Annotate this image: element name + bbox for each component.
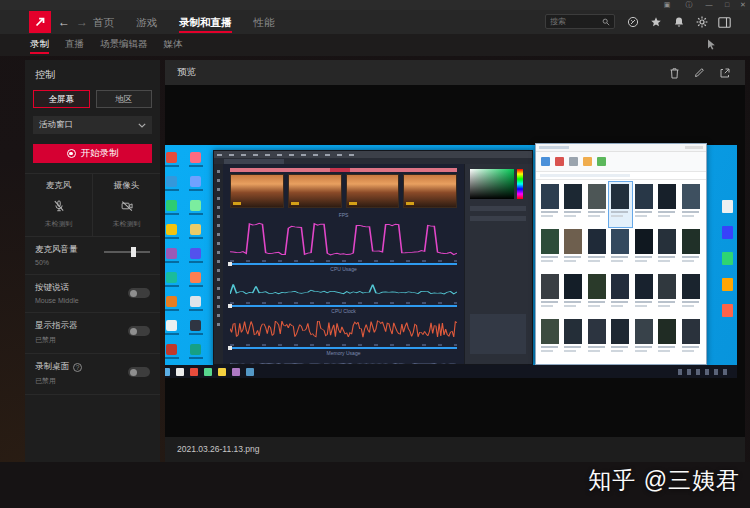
desktop-icon [184, 318, 208, 342]
file-thumbnail [679, 272, 703, 317]
forward-button[interactable]: → [76, 10, 88, 34]
main-navbar: ← → 首页 游戏 录制和直播 性能 [0, 10, 750, 34]
explorer-ribbon [536, 152, 706, 172]
axis-ticks [230, 343, 457, 346]
maximize-icon[interactable]: □ [722, 1, 732, 9]
desktop-icon [165, 270, 184, 294]
tool-palette [214, 164, 223, 364]
info-icon[interactable]: ⓘ [684, 1, 694, 9]
file-thumbnail [585, 317, 609, 362]
desktop-icon [165, 150, 184, 174]
subtab-media[interactable]: 媒体 [164, 34, 183, 56]
file-thumbnail [632, 182, 656, 227]
desktop-icon [722, 304, 733, 317]
search-box[interactable] [545, 14, 615, 29]
menu-bar [214, 151, 532, 158]
microphone-status: 未检测到 [25, 219, 92, 229]
desktop-icon [165, 318, 184, 342]
show-indicator-row: 显示指示器 已禁用 [25, 313, 160, 354]
microphone-muted-icon [25, 197, 92, 215]
record-desktop-toggle[interactable] [128, 367, 150, 377]
subtab-scene-editor[interactable]: 场景编辑器 [100, 34, 148, 56]
camera-label: 摄像头 [93, 180, 160, 192]
ribbon-icon [583, 157, 592, 166]
file-thumbnail [632, 317, 656, 362]
document-canvas: FPS CPU Usage [223, 164, 464, 364]
desktop-icon [184, 342, 208, 366]
push-to-talk-toggle[interactable] [128, 288, 150, 298]
show-indicator-toggle[interactable] [128, 326, 150, 336]
record-desktop-row: 录制桌面 ? 已禁用 [25, 354, 160, 395]
trash-icon[interactable] [668, 66, 681, 79]
globe-icon[interactable] [626, 16, 639, 29]
bell-icon[interactable] [672, 16, 685, 29]
navbar-icon-group [626, 10, 731, 34]
camera-device[interactable]: 摄像头 未检测到 [93, 174, 160, 236]
preview-actions [668, 66, 731, 79]
record-desktop-status: 已禁用 [35, 376, 150, 386]
tab-performance[interactable]: 性能 [254, 10, 275, 34]
capture-mode-buttons: 全屏幕 地区 [33, 90, 152, 108]
file-thumbnail [585, 272, 609, 317]
nav-tabs: 首页 游戏 录制和直播 性能 [93, 10, 275, 34]
chart-waveform [230, 219, 457, 259]
search-input[interactable] [550, 17, 602, 26]
window-select[interactable]: 活动窗口 [33, 116, 152, 134]
capture-filename: 2021.03.26-11.13.png [165, 437, 745, 462]
back-button[interactable]: ← [58, 10, 70, 34]
axis-ticks [230, 301, 457, 304]
amd-radeon-logo[interactable] [29, 11, 51, 33]
tab-record-stream[interactable]: 录制和直播 [179, 10, 232, 34]
preview-header: 预览 [165, 60, 745, 85]
desktop-icon [165, 246, 184, 270]
pencil-icon[interactable] [693, 66, 706, 79]
export-icon[interactable] [718, 66, 731, 79]
watermark: 知乎 @三姨君 [588, 465, 740, 496]
desktop-icon [184, 174, 208, 198]
report-icon[interactable]: ▣ [662, 1, 672, 9]
window-titlebar: ▣ ⓘ — □ ✕ [0, 0, 750, 10]
cpu-usage-chart: CPU Usage [230, 266, 457, 304]
file-thumbnail [656, 272, 680, 317]
minimize-icon[interactable]: — [704, 1, 714, 9]
info-icon[interactable]: ? [73, 363, 82, 372]
taskbar-icon [232, 368, 240, 376]
subtab-stream[interactable]: 直播 [65, 34, 84, 56]
record-subnav: 录制 直播 场景编辑器 媒体 [0, 34, 750, 56]
divider-handle [230, 347, 457, 349]
chart-title: CPU Clock [230, 308, 457, 315]
axis-ticks [230, 259, 457, 262]
file-thumbnail [679, 317, 703, 362]
photoshop-window: FPS CPU Usage [213, 150, 533, 365]
gear-icon[interactable] [695, 16, 708, 29]
start-recording-label: 开始录制 [81, 147, 119, 160]
chart-waveform [230, 357, 457, 364]
subnav-tabs: 录制 直播 场景编辑器 媒体 [30, 34, 183, 56]
fullscreen-button[interactable]: 全屏幕 [33, 90, 90, 108]
subtab-record[interactable]: 录制 [30, 34, 49, 56]
ribbon-icon [569, 157, 578, 166]
cursor-icon[interactable] [707, 39, 716, 50]
divider-handle [230, 305, 457, 307]
desktop-icon-grid [165, 150, 208, 374]
file-thumbnail [656, 227, 680, 272]
file-thumbnail [679, 227, 703, 272]
chart-waveform [230, 315, 457, 343]
start-recording-button[interactable]: 开始录制 [33, 144, 152, 163]
performance-charts: FPS CPU Usage [230, 212, 457, 362]
tab-home[interactable]: 首页 [93, 10, 114, 34]
panel-layout-icon[interactable] [718, 16, 731, 29]
inner-taskbar [165, 365, 737, 378]
file-thumbnail [538, 317, 562, 362]
desktop-icon [184, 246, 208, 270]
close-icon[interactable]: ✕ [738, 1, 748, 9]
microphone-device[interactable]: 麦克风 未检测到 [25, 174, 93, 236]
file-thumbnail [679, 182, 703, 227]
mic-volume-slider[interactable] [104, 251, 150, 253]
region-button[interactable]: 地区 [96, 90, 153, 108]
slider-thumb[interactable] [131, 247, 136, 257]
star-icon[interactable] [649, 16, 662, 29]
desktop-icon [722, 200, 733, 213]
preview-panel: 预览 [165, 60, 745, 462]
tab-games[interactable]: 游戏 [136, 10, 157, 34]
